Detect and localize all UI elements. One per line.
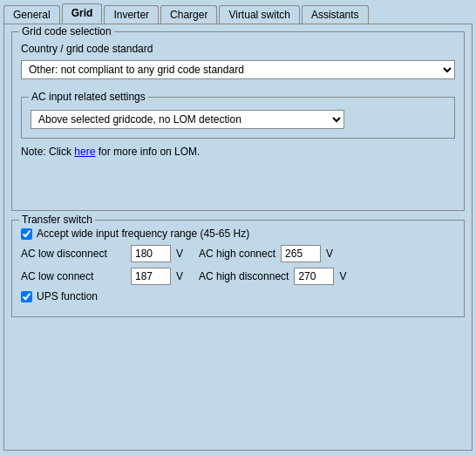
- tab-grid[interactable]: Grid: [62, 3, 103, 24]
- note-suffix: for more info on LOM.: [95, 146, 200, 158]
- connect-disconnect-row2: AC low connect V AC high disconnect V: [21, 268, 455, 285]
- grid-code-title: Grid code selection: [19, 25, 114, 37]
- ac-low-connect-input[interactable]: [131, 268, 171, 285]
- country-label: Country / grid code standard: [21, 43, 455, 55]
- ac-low-disconnect-unit: V: [176, 248, 194, 260]
- ac-input-section: AC input related settings Above selected…: [21, 97, 455, 139]
- tab-inverter[interactable]: Inverter: [104, 5, 159, 24]
- note-text: Note: Click here for more info on LOM.: [21, 146, 455, 158]
- country-select[interactable]: Other: not compliant to any grid code st…: [21, 60, 455, 79]
- ac-input-title: AC input related settings: [29, 91, 148, 103]
- ups-function-row: UPS function: [21, 290, 455, 302]
- ac-low-disconnect-input[interactable]: [131, 245, 171, 262]
- tab-virtual-switch[interactable]: Virtual switch: [219, 5, 299, 24]
- tab-charger[interactable]: Charger: [160, 5, 217, 24]
- transfer-switch-section: Transfer switch Accept wide input freque…: [11, 220, 465, 317]
- wide-freq-label: Accept wide input frequency range (45-65…: [37, 228, 249, 240]
- grid-code-section: Grid code selection Country / grid code …: [11, 31, 465, 211]
- disconnect-connect-row1: AC low disconnect V AC high connect V: [21, 245, 455, 262]
- wide-freq-row: Accept wide input frequency range (45-65…: [21, 228, 455, 240]
- ac-low-connect-label: AC low connect: [21, 270, 126, 282]
- ac-low-disconnect-label: AC low disconnect: [21, 248, 126, 260]
- note-prefix: Note: Click: [21, 146, 74, 158]
- lom-select[interactable]: Above selected gridcode, no LOM detectio…: [31, 110, 344, 129]
- ac-high-disconnect-unit: V: [339, 270, 357, 282]
- ups-function-label: UPS function: [37, 290, 98, 302]
- tab-general[interactable]: General: [3, 5, 60, 24]
- tab-bar: General Grid Inverter Charger Virtual sw…: [0, 0, 476, 24]
- wide-freq-checkbox[interactable]: [21, 228, 32, 240]
- ups-function-checkbox[interactable]: [21, 291, 32, 302]
- ac-low-connect-unit: V: [176, 270, 194, 282]
- ac-high-disconnect-input[interactable]: [294, 268, 334, 285]
- note-link[interactable]: here: [74, 146, 95, 158]
- main-content: Grid code selection Country / grid code …: [3, 24, 473, 451]
- ac-high-disconnect-label: AC high disconnect: [199, 270, 289, 282]
- ac-high-connect-label: AC high connect: [199, 248, 275, 260]
- ac-high-connect-unit: V: [326, 248, 343, 260]
- transfer-switch-title: Transfer switch: [19, 214, 95, 226]
- ac-high-connect-input[interactable]: [281, 245, 321, 262]
- tab-assistants[interactable]: Assistants: [302, 5, 369, 24]
